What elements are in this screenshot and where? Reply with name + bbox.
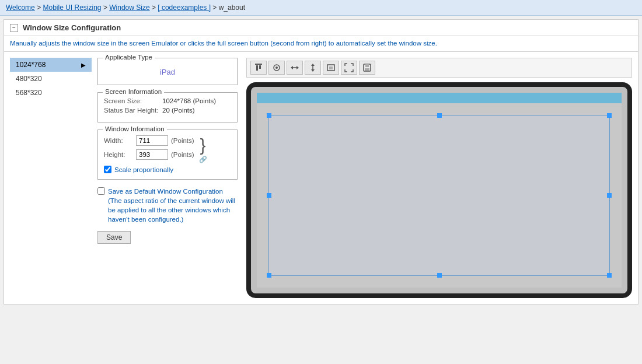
section-header: − Window Size Configuration [4, 20, 638, 36]
breadcrumb-current: w_about [219, 4, 245, 12]
breadcrumb-window-size[interactable]: Window Size [109, 4, 149, 12]
toolbar-center-button[interactable] [268, 61, 285, 75]
window-information-group: Window Information Width: (Points) Heigh… [97, 130, 238, 180]
section-description: Manually adjusts the window size in the … [4, 36, 638, 52]
save-button[interactable]: Save [97, 231, 131, 244]
handle-bottom-center[interactable] [437, 273, 442, 278]
svg-rect-8 [329, 66, 333, 69]
height-row: Height: (Points) [104, 149, 194, 160]
svg-rect-10 [365, 64, 369, 67]
device-screen [257, 93, 622, 288]
arrow-icon: ▶ [81, 62, 86, 68]
width-unit: (Points) [171, 137, 194, 144]
save-default-checkbox[interactable] [97, 187, 105, 195]
body-layout: 1024*768 ▶ 480*320 568*320 Applicable Ty… [4, 52, 638, 304]
breadcrumb-welcome[interactable]: Welcome [6, 4, 35, 12]
center-icon [272, 63, 281, 72]
window-overlay[interactable] [268, 115, 610, 276]
handle-top-left[interactable] [267, 113, 271, 118]
scale-proportionally-checkbox[interactable] [104, 166, 111, 173]
svg-point-4 [275, 66, 278, 69]
handle-bottom-right[interactable] [607, 273, 612, 278]
toolbar [246, 58, 632, 78]
svg-rect-2 [259, 65, 261, 69]
toolbar-fit-height-button[interactable] [305, 61, 321, 75]
main-container: − Window Size Configuration Manually adj… [4, 19, 638, 304]
applicable-type-legend: Applicable Type [103, 54, 155, 61]
window-information-legend: Window Information [103, 125, 167, 132]
fullscreen-icon [344, 63, 354, 72]
bracket-icon: } [200, 135, 206, 156]
handle-bottom-left[interactable] [267, 273, 271, 278]
handle-top-center[interactable] [437, 113, 442, 118]
breadcrumb: Welcome > Mobile UI Resizing > Window Si… [0, 0, 642, 16]
svg-rect-0 [255, 64, 262, 65]
screen-size-value: 1024*768 (Points) [162, 97, 216, 104]
size-list-item-1024[interactable]: 1024*768 ▶ [10, 58, 92, 72]
screen-information-group: Screen Information Screen Size: 1024*768… [97, 92, 238, 123]
device-preview [246, 82, 632, 298]
save-icon [362, 63, 372, 72]
fit-screen-icon [326, 63, 336, 72]
proportional-link-bracket: } 🔗 [199, 135, 207, 163]
breadcrumb-codeexamples[interactable]: [ codeexamples ] [158, 4, 211, 12]
save-default-label: Save as Default Window Configuration (Th… [108, 187, 238, 224]
width-row: Width: (Points) [104, 135, 194, 146]
width-input[interactable] [136, 135, 168, 146]
config-panel: Applicable Type iPad Screen Information … [97, 58, 238, 298]
fit-height-icon [308, 63, 317, 72]
svg-rect-1 [256, 65, 258, 71]
right-panel: Applicable Type iPad Screen Information … [97, 58, 632, 298]
breadcrumb-mobile-ui-resizing[interactable]: Mobile UI Resizing [43, 4, 101, 12]
scale-proportionally-row: Scale proportionally [104, 166, 231, 173]
status-bar-row: Status Bar Height: 20 (Points) [104, 107, 231, 114]
size-list-item-568[interactable]: 568*320 [10, 86, 92, 100]
screen-information-legend: Screen Information [103, 88, 164, 95]
section-title: Window Size Configuration [23, 23, 121, 32]
chain-link-icon: 🔗 [199, 156, 207, 163]
screen-size-row: Screen Size: 1024*768 (Points) [104, 97, 231, 104]
collapse-button[interactable]: − [10, 24, 18, 32]
status-bar-label: Status Bar Height: [104, 107, 162, 114]
fit-width-icon [290, 63, 299, 72]
width-label: Width: [104, 137, 136, 144]
device-status-bar [257, 93, 622, 103]
save-default-row: Save as Default Window Configuration (Th… [97, 187, 238, 224]
align-top-icon [254, 63, 263, 72]
toolbar-align-top-button[interactable] [250, 61, 267, 75]
handle-top-right[interactable] [607, 113, 612, 118]
screen-size-label: Screen Size: [104, 97, 162, 104]
handle-middle-left[interactable] [267, 193, 271, 198]
height-unit: (Points) [171, 151, 194, 158]
preview-section [246, 58, 632, 298]
section-desc-text: Manually adjusts the window size in the … [10, 40, 437, 47]
toolbar-fit-screen-button[interactable] [323, 61, 339, 75]
applicable-type-group: Applicable Type iPad [97, 58, 238, 85]
scale-proportionally-label: Scale proportionally [114, 166, 173, 173]
applicable-type-value: iPad [104, 63, 231, 79]
device-content [257, 103, 622, 288]
svg-rect-11 [365, 68, 369, 71]
toolbar-save-button[interactable] [359, 61, 375, 75]
toolbar-fit-width-button[interactable] [287, 61, 303, 75]
handle-middle-right[interactable] [607, 193, 612, 198]
status-bar-value: 20 (Points) [162, 107, 195, 114]
toolbar-fullscreen-button[interactable] [341, 61, 357, 75]
size-list-item-480[interactable]: 480*320 [10, 72, 92, 86]
height-label: Height: [104, 151, 136, 158]
height-input[interactable] [136, 149, 168, 160]
save-button-container: Save [97, 231, 238, 244]
size-list: 1024*768 ▶ 480*320 568*320 [10, 58, 92, 298]
